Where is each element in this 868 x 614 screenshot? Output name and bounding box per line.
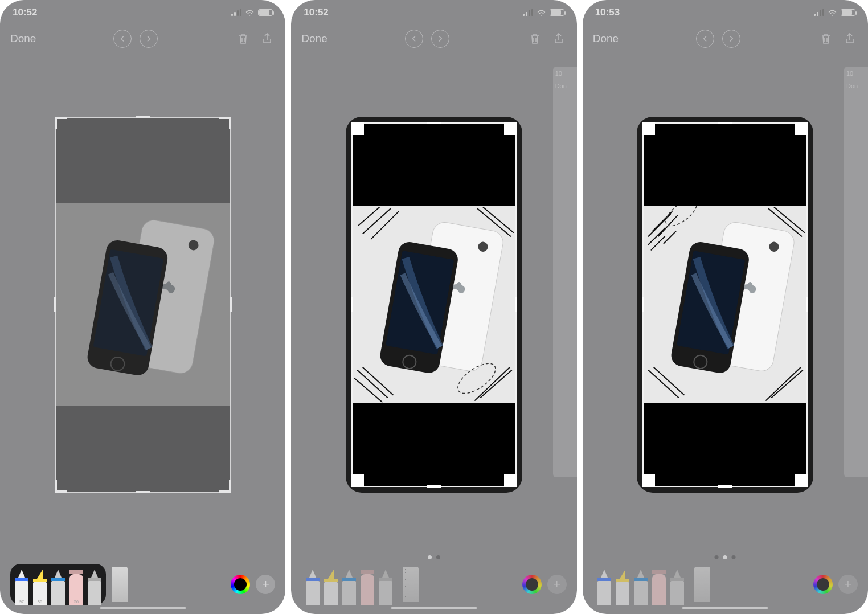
peek-done: Don (555, 83, 577, 89)
peek-time: 10 (846, 70, 868, 77)
crop-handle-left[interactable] (54, 297, 56, 312)
status-indicators (231, 9, 273, 16)
trash-button[interactable] (818, 31, 834, 47)
next-screenshot-peek[interactable]: 10 Don (553, 67, 577, 477)
cellular-signal-icon (231, 9, 241, 16)
done-button[interactable]: Done (10, 32, 36, 45)
crop-handle-top[interactable] (427, 122, 441, 124)
canvas-area[interactable]: 10 Don (583, 52, 868, 563)
canvas-area[interactable]: 10 Don (291, 52, 576, 563)
redo-button[interactable] (722, 30, 740, 48)
crop-frame[interactable] (55, 117, 231, 493)
pen-tool[interactable]: 97 (15, 570, 28, 605)
screenshot-thumbnail[interactable] (55, 117, 231, 493)
pencil-tool[interactable] (342, 570, 356, 605)
lasso-tool[interactable] (88, 570, 101, 605)
screenshot-thumbnail[interactable] (637, 117, 813, 493)
editor-toolbar: Done (583, 25, 868, 52)
crop-handle-br[interactable] (795, 474, 808, 487)
drawing-tools-group[interactable] (301, 564, 397, 605)
crop-handle-tl[interactable] (351, 122, 364, 135)
pen-tool[interactable] (306, 570, 320, 605)
battery-icon (550, 9, 564, 16)
add-annotation-button[interactable]: + (547, 575, 567, 594)
crop-handle-br[interactable] (219, 480, 231, 493)
peek-time: 10 (555, 70, 577, 77)
drawing-tools-group[interactable] (593, 564, 689, 605)
crop-handle-right[interactable] (230, 297, 232, 312)
next-screenshot-peek[interactable]: 10 Don (844, 67, 868, 477)
wifi-icon (828, 9, 837, 16)
cellular-signal-icon (523, 9, 533, 16)
ruler-tool[interactable] (403, 567, 419, 602)
status-time: 10:52 (304, 7, 328, 18)
done-button[interactable]: Done (301, 32, 327, 45)
highlighter-tool[interactable] (324, 570, 338, 605)
lasso-tool[interactable] (379, 570, 392, 605)
crop-handle-bl[interactable] (55, 480, 67, 493)
eraser-tool[interactable]: 56 (69, 570, 83, 605)
highlighter-tool[interactable] (616, 570, 629, 605)
crop-handle-bottom[interactable] (136, 491, 150, 493)
crop-handle-top[interactable] (718, 122, 732, 124)
share-button[interactable] (259, 31, 275, 47)
home-indicator[interactable] (682, 607, 768, 609)
status-bar: 10:52 (291, 0, 576, 25)
crop-handle-br[interactable] (504, 474, 517, 487)
crop-handle-right[interactable] (806, 297, 808, 312)
screenshot-thumbnail[interactable] (346, 117, 522, 493)
crop-handle-tl[interactable] (55, 117, 67, 129)
home-indicator[interactable] (391, 607, 477, 609)
drawing-tools-group[interactable]: 97 86 56 (10, 564, 106, 605)
redo-button[interactable] (431, 30, 449, 48)
ruler-tool[interactable] (694, 567, 710, 602)
canvas-area[interactable] (0, 52, 285, 563)
page-indicator (715, 555, 736, 559)
trash-button[interactable] (235, 31, 251, 47)
crop-handle-left[interactable] (642, 297, 644, 312)
color-picker-button[interactable] (231, 575, 250, 594)
crop-handle-right[interactable] (515, 297, 517, 312)
status-bar: 10:52 (0, 0, 285, 25)
crop-handle-tl[interactable] (642, 122, 655, 135)
pencil-tool[interactable] (634, 570, 648, 605)
crop-handle-tr[interactable] (219, 117, 231, 129)
add-annotation-button[interactable]: + (256, 575, 275, 594)
crop-handle-tr[interactable] (504, 122, 517, 135)
done-button[interactable]: Done (593, 32, 619, 45)
highlighter-tool[interactable]: 86 (33, 570, 47, 605)
status-bar: 10:53 (583, 0, 868, 25)
share-button[interactable] (842, 31, 858, 47)
crop-handle-top[interactable] (136, 116, 150, 118)
status-indicators (523, 9, 564, 16)
crop-handle-bl[interactable] (351, 474, 364, 487)
crop-frame[interactable] (642, 122, 808, 487)
redo-button[interactable] (140, 30, 158, 48)
undo-button[interactable] (696, 30, 714, 48)
status-time: 10:53 (595, 7, 620, 18)
share-button[interactable] (551, 31, 567, 47)
battery-icon (258, 9, 273, 16)
color-picker-button[interactable] (522, 575, 542, 594)
crop-handle-tr[interactable] (795, 122, 808, 135)
crop-handle-bottom[interactable] (718, 485, 732, 488)
crop-handle-left[interactable] (351, 297, 353, 312)
undo-button[interactable] (405, 30, 423, 48)
color-picker-button[interactable] (813, 575, 833, 594)
battery-icon (841, 9, 855, 16)
pencil-tool[interactable] (51, 570, 65, 605)
eraser-tool[interactable] (361, 570, 374, 605)
lasso-tool[interactable] (670, 570, 684, 605)
eraser-tool[interactable] (652, 570, 666, 605)
trash-button[interactable] (527, 31, 543, 47)
pen-tool[interactable] (597, 570, 611, 605)
undo-button[interactable] (113, 30, 132, 48)
home-indicator[interactable] (100, 607, 186, 609)
crop-frame[interactable] (351, 122, 517, 487)
wifi-icon (537, 9, 546, 16)
add-annotation-button[interactable]: + (838, 575, 858, 594)
ruler-tool[interactable] (112, 567, 128, 602)
crop-handle-bl[interactable] (642, 474, 655, 487)
editor-toolbar: Done (0, 25, 285, 52)
crop-handle-bottom[interactable] (427, 485, 441, 488)
